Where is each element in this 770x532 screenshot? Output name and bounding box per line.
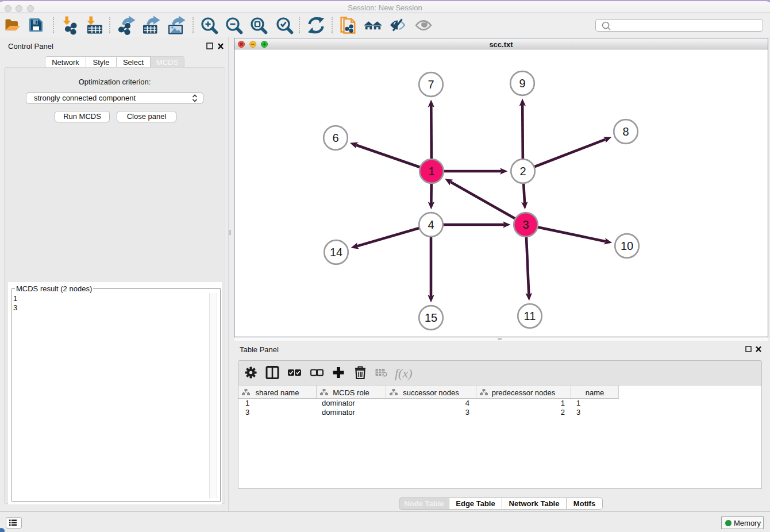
svg-text:11: 11 <box>524 310 536 322</box>
svg-text:2: 2 <box>519 165 526 178</box>
svg-text:14: 14 <box>330 246 342 259</box>
svg-text:6: 6 <box>332 132 338 144</box>
svg-text:1: 1 <box>428 165 434 178</box>
svg-text:3: 3 <box>522 218 529 231</box>
svg-text:9: 9 <box>519 77 525 90</box>
svg-text:4: 4 <box>428 218 434 231</box>
svg-text:8: 8 <box>622 125 629 138</box>
svg-text:f(x): f(x) <box>395 366 413 380</box>
svg-text:10: 10 <box>621 240 633 252</box>
svg-text:15: 15 <box>425 311 437 324</box>
svg-text:7: 7 <box>428 78 434 91</box>
